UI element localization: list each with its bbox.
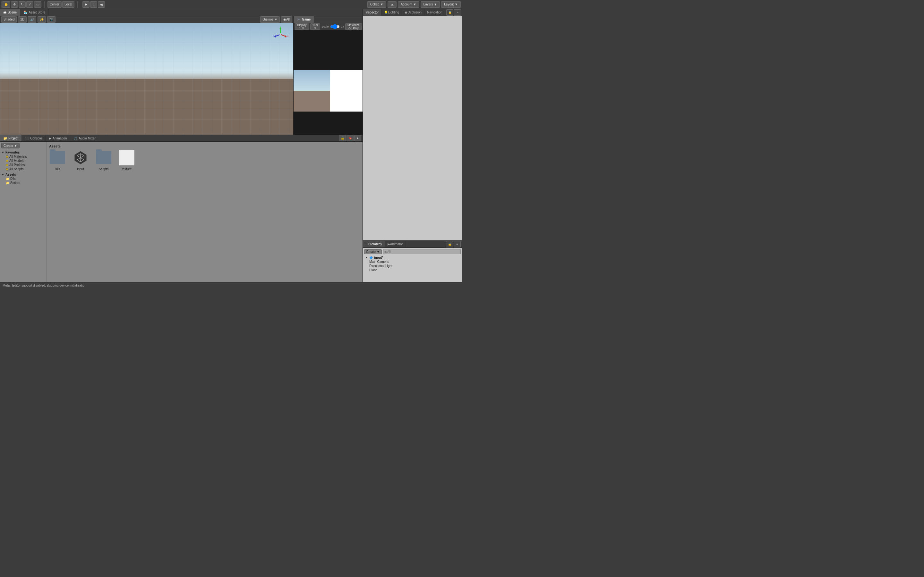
- dlls-sidebar-item[interactable]: 📁 Dlls: [1, 177, 45, 181]
- lighting-icon: 💡: [384, 11, 388, 14]
- asset-store-tab-label: Asset Store: [29, 11, 45, 14]
- scripts-sidebar-item[interactable]: 📁 Scripts: [1, 181, 45, 185]
- layers-button[interactable]: Layers ▼: [421, 1, 440, 8]
- game-toolbar: Display 1 ▼ 16:9 ▼ Scale 2x Maximize On …: [294, 23, 363, 30]
- scene-tab[interactable]: 🏔 Scene: [0, 9, 20, 16]
- prefabs-dot: [6, 164, 8, 166]
- top-toolbar: ✋ ✛ ↻ ⤢ ▭ Center Local ▶ ⏸ ⏭ Collab ▼ ☁ …: [0, 0, 462, 9]
- all-scripts-item[interactable]: All Scripts: [1, 167, 45, 171]
- console-tab[interactable]: ⬛ Console: [22, 135, 45, 141]
- main-layout: 🏔 Scene 🏪 Asset Store Shaded 2D 🔊 ✨ 📷 Gi: [0, 9, 462, 282]
- occlusion-tab-label: Occlusion: [407, 11, 422, 14]
- game-tab[interactable]: 🎮 Game: [294, 16, 314, 23]
- scripts-asset[interactable]: Scripts: [95, 149, 112, 171]
- account-button[interactable]: Account ▼: [398, 1, 419, 8]
- occlusion-tab[interactable]: ◉ Occlusion: [402, 9, 425, 16]
- root-unity-icon: 🔷: [369, 256, 373, 259]
- hierarchy-content: Create ▼ ▼ 🔷 input* Main Camera Directio…: [363, 248, 462, 282]
- hierarchy-root-item[interactable]: ▼ 🔷 input*: [364, 255, 461, 259]
- assets-grid: Dlls: [49, 149, 360, 171]
- filter-button[interactable]: 🔖: [347, 135, 354, 141]
- all-models-label: All Models: [9, 159, 24, 163]
- maximize-button[interactable]: Maximize On Play: [345, 23, 362, 30]
- texture-asset[interactable]: texture: [118, 149, 135, 171]
- animator-tab[interactable]: ▶ Animator: [385, 241, 406, 247]
- collab-button[interactable]: Collab ▼: [367, 1, 386, 8]
- input-asset[interactable]: input: [72, 149, 89, 171]
- sep1: [44, 1, 45, 8]
- hierarchy-panel: ☰ Hierarchy ▶ Animator 🔒 ≡ Create ▼: [363, 240, 462, 282]
- texture-icon-wrap: [118, 149, 135, 166]
- audio-mixer-tab[interactable]: 🎵 Audio Mixer: [70, 135, 99, 141]
- scene-camera-button[interactable]: 📷: [47, 16, 55, 23]
- bottom-tabs: 📁 Project ⬛ Console ▶ Animation 🎵 Audio …: [0, 135, 363, 142]
- scripts-sidebar-label: Scripts: [10, 181, 20, 185]
- dlls-asset[interactable]: Dlls: [49, 149, 66, 171]
- main-camera-item[interactable]: Main Camera: [364, 259, 461, 264]
- animator-icon: ▶: [388, 242, 390, 246]
- rect-tool[interactable]: ▭: [34, 1, 41, 8]
- lock-button[interactable]: 🔒: [339, 135, 346, 141]
- all-prefabs-item[interactable]: All Prefabs: [1, 163, 45, 167]
- lighting-tab[interactable]: 💡 Lighting: [381, 9, 402, 16]
- cloud-button[interactable]: ☁: [388, 1, 397, 8]
- move-tool[interactable]: ✛: [11, 1, 18, 8]
- materials-dot: [6, 155, 8, 158]
- hierarchy-menu-button[interactable]: ≡: [454, 241, 461, 247]
- scene-toolbar: Shaded 2D 🔊 ✨ 📷 Gizmos ▼ ◉All: [0, 16, 293, 23]
- shaded-dropdown[interactable]: Shaded: [1, 16, 17, 23]
- hand-tool[interactable]: ✋: [2, 1, 10, 8]
- display-dropdown[interactable]: Display 1 ▼: [295, 23, 309, 30]
- favorites-arrow: ▼: [1, 151, 5, 154]
- hierarchy-create-button[interactable]: Create ▼: [364, 250, 382, 254]
- star-button[interactable]: ★: [354, 135, 361, 141]
- layout-button[interactable]: Layout ▼: [441, 1, 461, 8]
- scale-label: Scale: [321, 25, 329, 28]
- 2d-button[interactable]: 2D: [18, 16, 27, 23]
- asset-store-tab[interactable]: 🏪 Asset Store: [20, 9, 49, 16]
- occlusion-icon: ◉: [405, 11, 407, 14]
- plane-item[interactable]: Plane: [364, 268, 461, 272]
- gizmos-button[interactable]: Gizmos ▼: [260, 16, 280, 23]
- project-tab-label: Project: [8, 137, 18, 140]
- assets-section: ▼ Assets 📁 Dlls 📁 Scripts: [1, 172, 45, 185]
- play-button[interactable]: ▶: [82, 1, 89, 8]
- center-button[interactable]: Center: [47, 1, 61, 8]
- inspector-menu-button[interactable]: ≡: [454, 9, 461, 16]
- status-bar: Metal: Editor support disabled, skipping…: [0, 282, 462, 288]
- navigation-tab[interactable]: Navigation: [425, 9, 445, 16]
- rotate-tool[interactable]: ↻: [19, 1, 26, 8]
- animation-tab-label: Animation: [53, 137, 67, 140]
- audio-button[interactable]: 🔊: [28, 16, 36, 23]
- audio-icon: 🎵: [73, 137, 78, 140]
- animation-tab[interactable]: ▶ Animation: [45, 135, 70, 141]
- scene-view[interactable]: Y X Z: [0, 23, 293, 135]
- inspector-tab[interactable]: Inspector: [363, 9, 381, 16]
- all-models-item[interactable]: All Models: [1, 159, 45, 163]
- scripts-folder-icon: [95, 149, 112, 166]
- svg-marker-5: [274, 35, 276, 37]
- step-button[interactable]: ⏭: [98, 1, 105, 8]
- fx-button[interactable]: ✨: [37, 16, 46, 23]
- scale-tool[interactable]: ⤢: [26, 1, 33, 8]
- directional-light-item[interactable]: Directional Light: [364, 264, 461, 268]
- project-create-button[interactable]: Create ▼: [1, 143, 19, 148]
- svg-text:Z: Z: [273, 35, 274, 37]
- center-area: 🏔 Scene 🏪 Asset Store Shaded 2D 🔊 ✨ 📷 Gi: [0, 9, 363, 282]
- hierarchy-tab[interactable]: ☰ Hierarchy: [363, 241, 385, 247]
- search-all-button[interactable]: ◉All: [281, 16, 292, 23]
- pause-button[interactable]: ⏸: [90, 1, 97, 8]
- root-arrow: ▼: [365, 256, 368, 259]
- scale-slider[interactable]: [330, 25, 340, 29]
- hierarchy-toolbar: Create ▼: [364, 249, 461, 254]
- game-view[interactable]: [294, 30, 363, 135]
- all-materials-item[interactable]: All Materials: [1, 155, 45, 159]
- assets-label: Assets: [5, 173, 16, 176]
- ratio-dropdown[interactable]: 16:9 ▼: [310, 23, 320, 30]
- inspector-lock-button[interactable]: 🔒: [446, 9, 453, 16]
- hierarchy-search[interactable]: [383, 249, 461, 254]
- hierarchy-tabs: ☰ Hierarchy ▶ Animator 🔒 ≡: [363, 241, 462, 248]
- project-tab[interactable]: 📁 Project: [0, 135, 22, 141]
- local-button[interactable]: Local: [62, 1, 74, 8]
- hierarchy-lock-button[interactable]: 🔒: [446, 241, 453, 247]
